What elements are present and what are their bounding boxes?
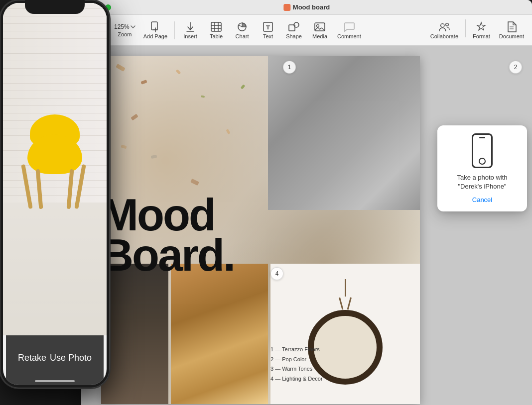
zoom-display: 125% <box>114 23 135 30</box>
toolbar-text-button[interactable]: T Text <box>256 19 280 41</box>
toolbar-chart-button[interactable]: Chart <box>230 19 255 41</box>
svg-line-14 <box>239 25 243 27</box>
chair-leg-1 <box>21 164 33 209</box>
mood-title-line2: Board. <box>101 235 270 276</box>
toolbar-add-page-button[interactable]: Add Page <box>139 19 171 41</box>
mac-window: Mood board View 125% Zoom <box>81 0 532 405</box>
moodboard-grid: Mood Board. <box>101 56 420 404</box>
format-label: Format <box>473 33 490 39</box>
svg-point-21 <box>441 23 444 27</box>
caption-2: 2 — Pop Color <box>270 355 348 365</box>
shape-icon <box>288 21 299 32</box>
iphone-device: Retake Use Photo <box>0 0 110 388</box>
captions-block: 1 — Terrazzo Floors 2 — Pop Color 3 — Wa… <box>270 345 348 384</box>
table-label: Table <box>210 33 223 39</box>
popup-title: Take a photo with"Derek's iPhone" <box>445 173 519 191</box>
iphone-photo <box>3 3 107 335</box>
chair-scene <box>3 3 107 335</box>
warm-texture-image <box>171 264 268 404</box>
media-icon <box>314 21 325 32</box>
toolbar: View 125% Zoom Add Page <box>81 15 532 46</box>
caption-4: 4 — Lighting & Decor <box>270 374 348 384</box>
retake-button[interactable]: Retake <box>18 353 46 363</box>
page-1-number: 1 <box>288 64 291 71</box>
canvas-area[interactable]: Mood Board. <box>81 46 532 405</box>
collaborate-icon <box>439 21 450 32</box>
toolbar-insert-button[interactable]: Insert <box>178 19 203 41</box>
table-icon <box>211 21 222 32</box>
phone-icon <box>472 133 493 168</box>
page-badge-4: 4 <box>270 267 283 280</box>
page-2-number: 2 <box>514 64 518 71</box>
dark-image <box>101 264 168 404</box>
toolbar-sep-1 <box>174 21 175 39</box>
yellow-chair <box>17 114 92 224</box>
window-title: Mood board <box>283 3 330 11</box>
context-popup: Take a photo with"Derek's iPhone" Cancel <box>437 125 527 211</box>
text-icon: T <box>263 21 273 32</box>
svg-rect-3 <box>151 22 157 30</box>
chair-leg-4 <box>67 169 74 209</box>
app-icon <box>283 4 290 11</box>
mood-title-line1: Mood <box>101 195 270 235</box>
mood-text: Mood Board. <box>101 195 270 276</box>
toolbar-comment-button[interactable]: Comment <box>333 19 365 41</box>
collaborate-label: Collaborate <box>430 33 458 39</box>
comment-label: Comment <box>337 33 361 39</box>
toolbar-sep-2 <box>465 19 466 37</box>
chart-icon <box>237 21 248 32</box>
toolbar-table-button[interactable]: Table <box>204 19 229 41</box>
toolbar-media-button[interactable]: Media <box>307 19 332 41</box>
format-icon <box>476 21 487 32</box>
add-page-label: Add Page <box>143 33 167 39</box>
pages-document[interactable]: Mood Board. <box>101 56 420 404</box>
chair-leg-2 <box>74 164 86 209</box>
caption-3: 3 — Warm Tones <box>270 364 348 374</box>
use-photo-button[interactable]: Use Photo <box>50 353 92 363</box>
media-label: Media <box>312 33 327 39</box>
add-page-icon <box>150 21 161 32</box>
comment-icon <box>344 21 355 32</box>
zoom-value: 125% <box>114 23 130 30</box>
window-title-text: Mood board <box>293 3 330 11</box>
page-badge-2: 2 <box>509 61 522 74</box>
iphone-notch <box>25 0 85 14</box>
title-bar: Mood board <box>81 0 532 15</box>
chart-label: Chart <box>236 33 249 39</box>
right-toolbar: Collaborate Format <box>426 19 528 41</box>
page-4-number: 4 <box>275 270 279 277</box>
toolbar-document-button[interactable]: Document <box>495 19 528 41</box>
insert-label: Insert <box>183 33 197 39</box>
document-icon <box>506 21 517 32</box>
svg-rect-8 <box>211 22 221 31</box>
svg-point-20 <box>317 24 319 27</box>
chair-leg-3 <box>36 169 43 209</box>
iphone-bottom-bar: Retake Use Photo <box>6 335 104 385</box>
toolbar-shape-button[interactable]: Shape <box>281 19 306 41</box>
insert-icon <box>185 21 196 32</box>
home-indicator <box>35 380 75 382</box>
toolbar-format-button[interactable]: Format <box>469 19 494 41</box>
document-label: Document <box>499 33 524 39</box>
svg-point-22 <box>446 23 449 26</box>
page-badge-1: 1 <box>283 61 296 74</box>
text-label: Text <box>263 33 273 39</box>
popup-cancel-button[interactable]: Cancel <box>445 196 519 203</box>
toolbar-zoom-button[interactable]: 125% Zoom <box>111 21 138 39</box>
toolbar-collaborate-button[interactable]: Collaborate <box>426 19 462 41</box>
svg-text:T: T <box>266 24 270 31</box>
iphone-screen: Retake Use Photo <box>3 3 107 385</box>
caption-1: 1 — Terrazzo Floors <box>270 345 348 355</box>
zoom-label: Zoom <box>118 31 132 37</box>
stone-image <box>268 56 420 210</box>
shape-label: Shape <box>286 33 302 39</box>
